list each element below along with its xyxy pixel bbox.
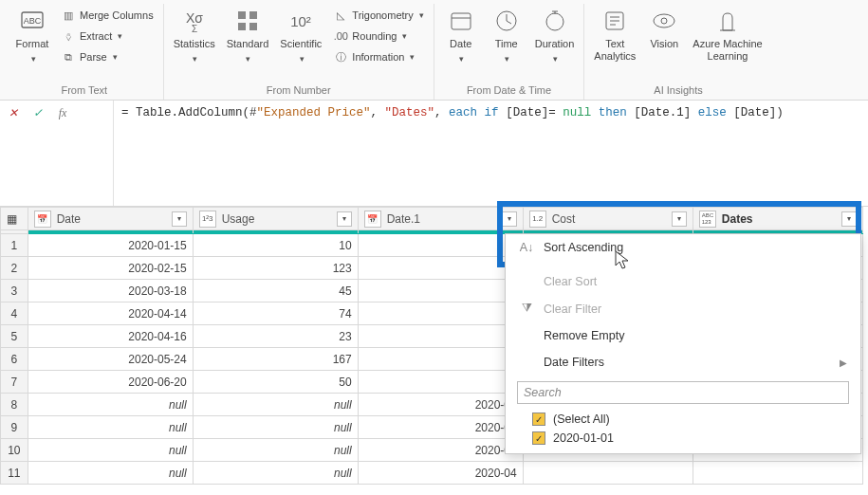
cell-date[interactable]: 2020-04-16: [28, 325, 193, 348]
cell-usage[interactable]: 74: [193, 302, 358, 325]
submenu-arrow-icon: ▶: [840, 358, 847, 368]
statistics-button[interactable]: XσΣ Statistics: [170, 4, 219, 67]
duration-button[interactable]: Duration: [531, 4, 579, 67]
column-header-date1[interactable]: 📅 Date.1 ▾: [358, 208, 523, 230]
standard-button[interactable]: Standard: [223, 4, 273, 67]
aml-icon: [712, 6, 743, 36]
trigonometry-button[interactable]: ◺ Trigonometry: [329, 6, 427, 25]
cell-date[interactable]: null: [28, 439, 193, 462]
filter-value-item[interactable]: ✓ 2020-01-01: [506, 429, 860, 448]
column-header-cost[interactable]: 1.2 Cost ▾: [523, 208, 693, 230]
cell-dates[interactable]: [693, 462, 862, 485]
parse-button[interactable]: ⧉ Parse: [57, 47, 157, 66]
filter-dropdown-date1[interactable]: ▾: [502, 211, 517, 227]
cell-cost[interactable]: [523, 462, 693, 485]
cell-date[interactable]: null: [28, 416, 193, 439]
duration-label: Duration: [535, 38, 575, 50]
format-button[interactable]: ABC Format: [11, 4, 53, 67]
checkbox-checked-icon: ✓: [532, 412, 545, 426]
cell-date[interactable]: 2020-06-20: [28, 371, 193, 394]
date-button[interactable]: Date: [440, 4, 482, 67]
cell-usage[interactable]: 167: [193, 348, 358, 371]
cell-date[interactable]: null: [28, 462, 193, 485]
cell-usage[interactable]: null: [193, 416, 358, 439]
cell-date[interactable]: 2020-03-18: [28, 280, 193, 302]
filter-dropdown-date[interactable]: ▾: [172, 211, 187, 227]
column-header-date[interactable]: 📅 Date ▾: [28, 208, 193, 230]
cell-date1[interactable]: [358, 348, 523, 371]
extract-button[interactable]: ⎀ Extract: [57, 27, 157, 46]
rounding-icon: .00: [333, 28, 348, 44]
table-corner[interactable]: ▦: [1, 208, 28, 230]
cancel-formula-button[interactable]: ✕: [6, 106, 21, 119]
cell-date1[interactable]: 2020-01: [358, 394, 523, 416]
cell-date[interactable]: 2020-05-24: [28, 348, 193, 371]
row-number: 6: [1, 348, 28, 371]
row-number: 3: [1, 280, 28, 302]
column-header-usage[interactable]: 1²3 Usage ▾: [193, 208, 358, 230]
cell-date1[interactable]: [358, 234, 523, 257]
column-header-dates[interactable]: ABC 123 Dates ▾: [693, 208, 862, 230]
cell-date[interactable]: 2020-04-14: [28, 302, 193, 325]
information-button[interactable]: ⓘ Information: [329, 47, 427, 66]
calendar-type-icon: 📅: [364, 211, 381, 228]
ribbon: ABC Format ▥ Merge Columns ⎀ Extract ⧉ P…: [0, 0, 868, 101]
text-analytics-icon: [600, 6, 630, 36]
cell-date1[interactable]: [358, 371, 523, 394]
scientific-label: Scientific: [280, 38, 322, 50]
cell-usage[interactable]: null: [193, 439, 358, 462]
cell-date1[interactable]: [358, 302, 523, 325]
table-row[interactable]: 11nullnull2020-04: [1, 462, 863, 485]
cell-usage[interactable]: 23: [193, 325, 358, 348]
chevron-down-icon: [244, 52, 250, 65]
filter-value-select-all[interactable]: ✓ (Select All): [506, 410, 860, 429]
row-number: 10: [1, 439, 28, 462]
any-type-icon: ABC 123: [699, 211, 716, 228]
cell-date1[interactable]: 2020-03: [358, 439, 523, 462]
filter-menu: A↓ Sort Ascending Sort Descending Clear …: [505, 233, 861, 454]
filter-search-input[interactable]: Search: [517, 381, 849, 404]
trigonometry-icon: ◺: [333, 8, 348, 23]
cell-usage[interactable]: null: [193, 462, 358, 485]
table-header-row: ▦ 📅 Date ▾ 1²3 Usage ▾: [1, 208, 863, 230]
cell-usage[interactable]: 50: [193, 371, 358, 394]
svg-text:10²: 10²: [290, 13, 311, 29]
scientific-button[interactable]: 10² Scientific: [276, 4, 325, 67]
sort-asc-icon: A↓: [519, 241, 534, 254]
rounding-button[interactable]: .00 Rounding: [329, 27, 427, 46]
date-filters-item[interactable]: Date Filters ▶: [506, 349, 860, 376]
svg-line-13: [507, 21, 511, 24]
clear-filter-item[interactable]: ⧩ Clear Filter: [506, 295, 860, 322]
vision-button[interactable]: Vision: [643, 4, 685, 52]
merge-columns-button[interactable]: ▥ Merge Columns: [57, 6, 157, 25]
date-label: Date: [450, 38, 471, 50]
time-button[interactable]: Time: [486, 4, 527, 67]
fx-icon: fx: [55, 106, 70, 120]
standard-icon: [232, 6, 263, 36]
cell-date[interactable]: 2020-02-15: [28, 257, 193, 280]
cell-date[interactable]: 2020-01-15: [28, 234, 193, 257]
cell-usage[interactable]: null: [193, 394, 358, 416]
cell-date1[interactable]: [358, 257, 523, 280]
cell-date1[interactable]: 2020-02: [358, 416, 523, 439]
cell-date[interactable]: null: [28, 394, 193, 416]
chevron-down-icon: [298, 52, 305, 65]
clear-sort-item[interactable]: Clear Sort: [506, 268, 860, 295]
commit-formula-button[interactable]: ✓: [30, 106, 46, 119]
filter-dropdown-dates[interactable]: ▾: [841, 211, 857, 227]
ribbon-group-from-datetime: Date Time Duration From Date & Time: [434, 4, 585, 100]
cell-date1[interactable]: 2020-04: [358, 462, 523, 485]
cell-date1[interactable]: [358, 280, 523, 302]
cell-usage[interactable]: 45: [193, 280, 358, 302]
text-analytics-label: Text Analytics: [594, 38, 636, 63]
cell-usage[interactable]: 123: [193, 257, 358, 280]
cell-date1[interactable]: [358, 325, 523, 348]
remove-empty-item[interactable]: Remove Empty: [506, 322, 860, 349]
aml-button[interactable]: Azure Machine Learning: [689, 4, 766, 64]
formula-text[interactable]: = Table.AddColumn(#"Expanded Price", "Da…: [114, 101, 868, 206]
text-analytics-button[interactable]: Text Analytics: [590, 4, 639, 64]
cell-usage[interactable]: 10: [193, 234, 358, 257]
filter-dropdown-cost[interactable]: ▾: [672, 211, 687, 227]
filter-dropdown-usage[interactable]: ▾: [337, 211, 352, 227]
sort-ascending-item[interactable]: A↓ Sort Ascending: [506, 234, 860, 261]
